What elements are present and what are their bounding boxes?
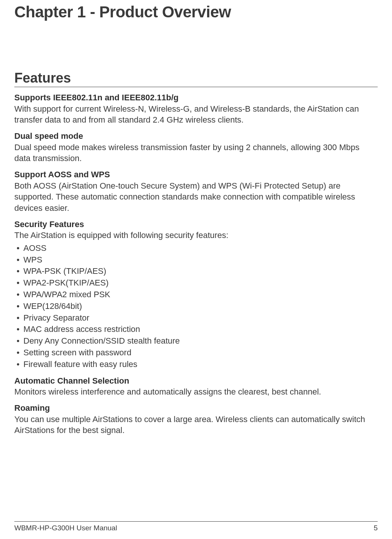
- list-item: Firewall feature with easy rules: [14, 359, 378, 370]
- feature-heading: Roaming: [14, 403, 378, 414]
- list-item: MAC address access restriction: [14, 324, 378, 335]
- feature-block-dualspeed: Dual speed mode Dual speed mode makes wi…: [14, 131, 378, 164]
- feature-heading: Automatic Channel Selection: [14, 376, 378, 387]
- list-item: WEP(128/64bit): [14, 301, 378, 312]
- footer-manual-name: WBMR-HP-G300H User Manual: [14, 524, 117, 532]
- section-title: Features: [14, 70, 378, 87]
- feature-block-autochannel: Automatic Channel Selection Monitors wir…: [14, 376, 378, 398]
- feature-body: Monitors wireless interference and autom…: [14, 386, 378, 398]
- feature-heading: Supports IEEE802.11n and IEEE802.11b/g: [14, 92, 378, 103]
- feature-block-roaming: Roaming You can use multiple AirStations…: [14, 403, 378, 436]
- security-bullet-list: AOSS WPS WPA-PSK (TKIP/AES) WPA2-PSK(TKI…: [14, 243, 378, 370]
- feature-body: With support for current Wireless-N, Wir…: [14, 103, 378, 126]
- feature-body: Dual speed mode makes wireless transmiss…: [14, 142, 378, 164]
- feature-heading: Dual speed mode: [14, 131, 378, 142]
- feature-body: You can use multiple AirStations to cove…: [14, 414, 378, 436]
- feature-block-aoss-wps: Support AOSS and WPS Both AOSS (AirStati…: [14, 169, 378, 214]
- feature-heading: Support AOSS and WPS: [14, 169, 378, 180]
- feature-heading: Security Features: [14, 219, 378, 230]
- list-item: WPA/WPA2 mixed PSK: [14, 289, 378, 301]
- feature-block-ieee: Supports IEEE802.11n and IEEE802.11b/g W…: [14, 92, 378, 126]
- list-item: WPS: [14, 254, 378, 266]
- list-item: Deny Any Connection/SSID stealth feature: [14, 335, 378, 347]
- list-item: WPA2-PSK(TKIP/AES): [14, 277, 378, 289]
- page-footer: WBMR-HP-G300H User Manual 5: [14, 521, 378, 532]
- feature-block-security: Security Features The AirStation is equi…: [14, 219, 378, 370]
- feature-body: Both AOSS (AirStation One-touch Secure S…: [14, 180, 378, 214]
- list-item: Setting screen with password: [14, 347, 378, 359]
- footer-page-number: 5: [374, 524, 378, 532]
- feature-body: The AirStation is equipped with followin…: [14, 230, 378, 241]
- list-item: WPA-PSK (TKIP/AES): [14, 266, 378, 277]
- list-item: AOSS: [14, 243, 378, 254]
- list-item: Privacy Separator: [14, 312, 378, 324]
- chapter-title: Chapter 1 - Product Overview: [14, 0, 378, 21]
